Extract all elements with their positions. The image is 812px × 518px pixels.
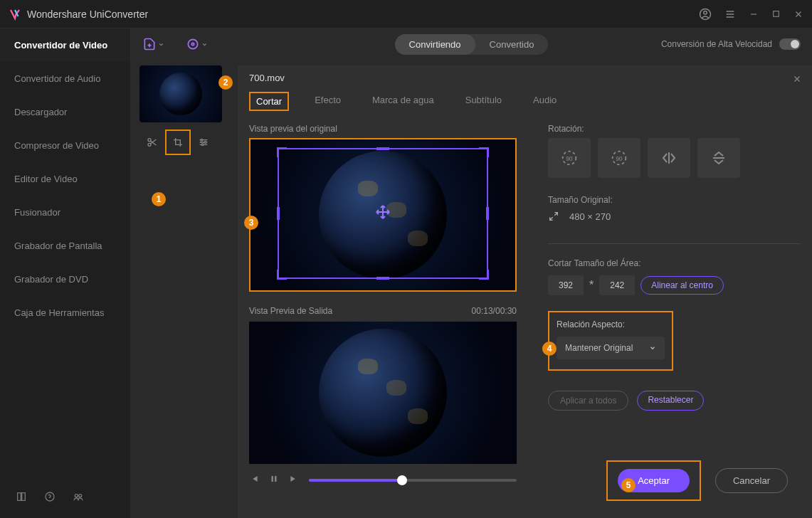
crop-handle-l[interactable] (277, 207, 280, 220)
expand-icon (548, 211, 559, 222)
crop-modal: 700.mov Cortar Efecto Marca de agua Subt… (238, 65, 812, 518)
minimize-icon[interactable] (749, 9, 759, 19)
aspect-ratio-group: Relación Aspecto: Mantener Original (548, 311, 673, 371)
svg-text:90: 90 (616, 156, 623, 162)
reset-button[interactable]: Restablecer (637, 391, 704, 411)
pause-button[interactable] (269, 474, 279, 487)
status-segment: Convirtiendo Convertido (395, 34, 549, 55)
tab-cortar[interactable]: Cortar (249, 92, 289, 111)
rotation-label: Rotación: (548, 124, 801, 134)
add-file-button[interactable] (142, 37, 164, 51)
svg-point-5 (79, 495, 82, 497)
settings-dropdown[interactable] (186, 37, 208, 51)
sidebar-item-compressor[interactable]: Compresor de Video (0, 129, 130, 162)
modal-filename: 700.mov (238, 65, 812, 88)
sidebar-item-audio-converter[interactable]: Convertidor de Audio (0, 62, 130, 95)
sidebar-item-screen-recorder[interactable]: Grabador de Pantalla (0, 229, 130, 263)
preview-output (249, 322, 517, 464)
timecode: 00:13/00:30 (472, 306, 517, 316)
chevron-down-icon (158, 41, 164, 48)
crop-handle-tl[interactable] (277, 147, 287, 157)
prev-frame-button[interactable] (249, 474, 259, 487)
next-frame-button[interactable] (289, 474, 299, 487)
account-icon[interactable] (699, 8, 712, 21)
tab-efecto[interactable]: Efecto (309, 92, 347, 111)
segment-converting[interactable]: Convirtiendo (395, 34, 475, 55)
crop-handle-br[interactable] (479, 270, 489, 280)
svg-point-1 (704, 11, 707, 14)
preview-original[interactable] (249, 138, 517, 292)
crop-frame[interactable] (278, 148, 488, 279)
chevron-down-icon (201, 41, 208, 48)
crop-handle-t[interactable] (376, 147, 389, 150)
align-center-button[interactable]: Alinear al centro (640, 276, 724, 295)
crop-handle-r[interactable] (486, 207, 489, 220)
original-size-value: 480 × 270 (569, 211, 611, 222)
cancel-button[interactable]: Cancelar (715, 468, 788, 493)
callout-1: 1 (152, 192, 166, 206)
crop-handle-tr[interactable] (479, 147, 489, 157)
crop-handle-b[interactable] (376, 277, 389, 280)
flip-vertical-button[interactable] (697, 138, 740, 178)
tab-marca[interactable]: Marca de agua (367, 92, 440, 111)
player-controls (249, 474, 517, 487)
content-topbar: Convirtiendo Convertido Conversión de Al… (131, 28, 812, 60)
callout-3: 3 (244, 216, 258, 230)
aspect-ratio-value: Mantener Original (565, 343, 633, 353)
tab-subtitulo[interactable]: Subtítulo (460, 92, 507, 111)
menu-icon[interactable] (724, 9, 736, 20)
preview-original-label: Vista previa del original (249, 124, 527, 134)
crop-width-input[interactable] (548, 275, 584, 295)
rotate-ccw-button[interactable]: 90 (548, 138, 591, 178)
seek-bar[interactable] (309, 479, 517, 482)
sidebar-item-editor[interactable]: Editor de Video (0, 162, 130, 196)
svg-point-12 (201, 144, 204, 146)
svg-rect-2 (774, 11, 779, 17)
svg-point-11 (204, 142, 206, 144)
crop-handle-bl[interactable] (277, 270, 287, 280)
flip-horizontal-button[interactable] (648, 138, 690, 178)
sidebar: Convertidor de Video Convertidor de Audi… (0, 28, 131, 518)
help-icon[interactable] (44, 491, 56, 505)
crop-tool[interactable] (165, 130, 191, 155)
accept-wrap: Aceptar (606, 460, 701, 501)
hispeed-label: Conversión de Alta Velocidad (661, 39, 772, 49)
sidebar-item-toolbox[interactable]: Caja de Herramientas (0, 296, 130, 329)
file-thumbnail[interactable] (139, 65, 222, 122)
close-icon[interactable] (793, 9, 803, 19)
callout-5: 5 (621, 478, 636, 492)
sidebar-item-dvd-burner[interactable]: Grabador de DVD (0, 263, 130, 296)
edit-tabs: Cortar Efecto Marca de agua Subtítulo Au… (238, 88, 812, 118)
tab-audio[interactable]: Audio (527, 92, 562, 111)
adjust-tool[interactable] (191, 130, 216, 155)
hispeed-toggle[interactable] (779, 38, 801, 50)
maximize-icon[interactable] (771, 9, 781, 18)
sidebar-item-merger[interactable]: Fusionador (0, 196, 130, 229)
svg-rect-13 (272, 476, 273, 482)
move-icon[interactable] (374, 204, 391, 223)
segment-converted[interactable]: Convertido (475, 34, 549, 55)
preview-output-label: Vista Previa de Salida (249, 306, 332, 316)
guide-icon[interactable] (16, 491, 27, 505)
logo-icon (9, 8, 21, 21)
community-icon[interactable] (73, 491, 84, 505)
modal-close-icon[interactable] (792, 74, 802, 87)
app-title: Wondershare UniConverter (27, 9, 148, 20)
svg-point-10 (201, 139, 203, 141)
svg-point-4 (75, 495, 78, 497)
svg-point-7 (191, 43, 194, 45)
apply-all-button[interactable]: Aplicar a todos (548, 391, 628, 411)
original-size-label: Tamaño Original: (548, 195, 801, 205)
aspect-ratio-select[interactable]: Mantener Original (557, 337, 665, 359)
trim-tool[interactable] (139, 130, 165, 155)
sidebar-item-downloader[interactable]: Descargador (0, 95, 130, 129)
chevron-down-icon (649, 344, 656, 352)
svg-rect-14 (275, 476, 276, 482)
aspect-label: Relación Aspecto: (557, 319, 665, 329)
app-logo: Wondershare UniConverter (9, 8, 148, 21)
svg-point-6 (188, 39, 197, 48)
callout-4: 4 (542, 342, 557, 356)
crop-height-input[interactable] (599, 275, 635, 295)
rotate-cw-button[interactable]: 90 (598, 138, 640, 178)
sidebar-item-video-converter[interactable]: Convertidor de Video (0, 28, 130, 62)
